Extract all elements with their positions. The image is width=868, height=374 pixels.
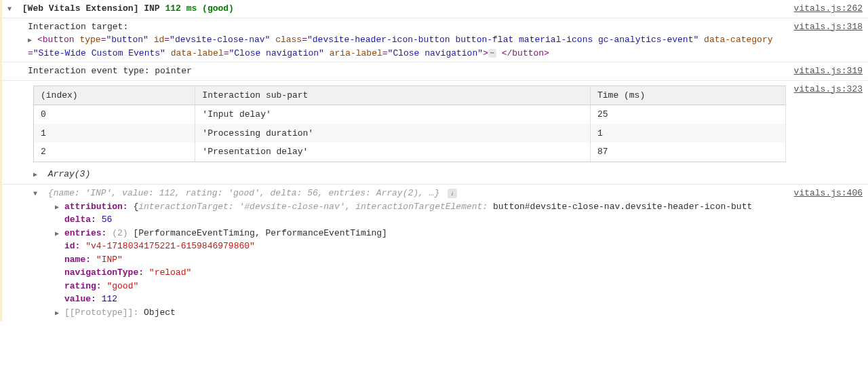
chevron-down-icon[interactable]: ▼ (33, 189, 41, 199)
info-icon[interactable]: i (448, 189, 457, 198)
breakdown-table: (index) Interaction sub-part Time (ms) 0… (33, 86, 786, 162)
log-prefix: [Web Vitals Extension] INP (22, 3, 160, 14)
th-subpart[interactable]: Interaction sub-part (195, 86, 591, 105)
obj-prop-delta: delta: 56 (7, 213, 786, 227)
table-row: 2 'Presentation delay' 87 (34, 143, 786, 162)
table-row-block: (index) Interaction sub-part Time (ms) 0… (0, 81, 868, 185)
log-header-row: ▼ [Web Vitals Extension] INP 112 ms (goo… (0, 0, 868, 18)
source-link[interactable]: vitals.js:318 (786, 20, 863, 34)
html-tag[interactable]: <button type="button" id="devsite-close-… (28, 35, 773, 58)
obj-prop-navtype: navigationType: "reload" (7, 266, 786, 280)
table-row: 1 'Processing duration' 1 (34, 124, 786, 143)
obj-prop-value: value: 112 (7, 293, 786, 306)
obj-prop-rating: rating: "good" (7, 280, 786, 293)
chevron-right-icon[interactable]: ▶ (33, 170, 41, 180)
table-row: 0 'Input delay' 25 (34, 105, 786, 124)
array-footer[interactable]: Array(3) (48, 169, 90, 179)
th-time[interactable]: Time (ms) (591, 86, 786, 105)
chevron-right-icon[interactable]: ▶ (55, 202, 63, 212)
interaction-target-label: Interaction target: (28, 20, 786, 34)
obj-prop-entries[interactable]: ▶entries: (2) [PerformanceEventTiming, P… (7, 227, 786, 240)
object-summary[interactable]: {name: 'INP', value: 112, rating: 'good'… (48, 188, 445, 198)
source-link[interactable]: vitals.js:319 (786, 64, 863, 78)
object-dump-row: ▼ {name: 'INP', value: 112, rating: 'goo… (0, 185, 868, 321)
obj-prop-name: name: "INP" (7, 253, 786, 267)
th-index[interactable]: (index) (34, 86, 195, 105)
chevron-right-icon[interactable]: ▶ (55, 229, 63, 239)
event-type-text: Interaction event type: pointer (2, 64, 786, 78)
chevron-right-icon[interactable]: ▶ (55, 308, 63, 318)
chevron-down-icon[interactable]: ▼ (7, 4, 16, 14)
interaction-target-row: Interaction target: ▶<button type="butto… (0, 18, 868, 63)
obj-prop-attribution[interactable]: ▶attribution: {interactionTarget: '#devs… (7, 200, 786, 214)
log-value: 112 ms (good) (165, 3, 233, 14)
source-link[interactable]: vitals.js:262 (786, 2, 863, 16)
chevron-right-icon[interactable]: ▶ (28, 35, 36, 45)
obj-prop-prototype[interactable]: ▶[[Prototype]]: Object (7, 306, 786, 320)
source-link[interactable]: vitals.js:323 (786, 83, 863, 96)
obj-prop-id: id: "v4-1718034175221-6159846979860" (7, 240, 786, 253)
event-type-row: Interaction event type: pointer vitals.j… (0, 62, 868, 81)
ellipsis-icon[interactable]: ⋯ (488, 49, 496, 58)
source-link[interactable]: vitals.js:406 (786, 187, 863, 200)
